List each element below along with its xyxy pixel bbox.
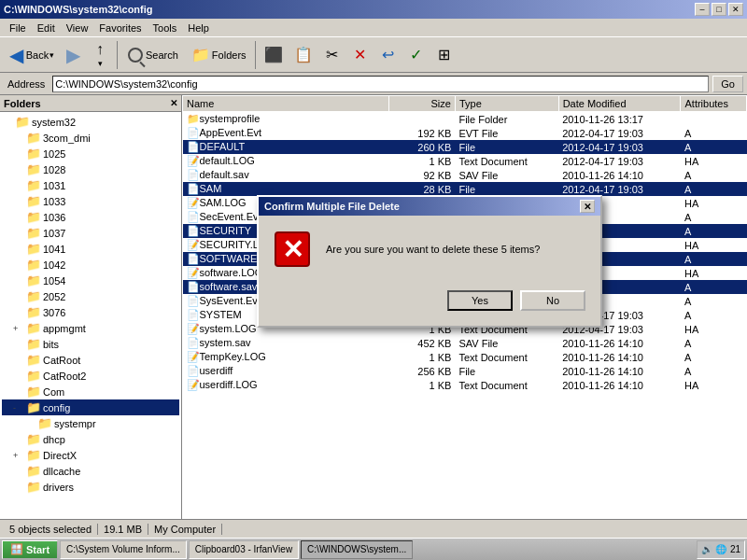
tree-label: CatRoot bbox=[43, 355, 80, 366]
folder-icon: 📁 bbox=[26, 210, 41, 224]
tree-item-1054[interactable]: 📁 1054 bbox=[2, 273, 179, 288]
tree-toggle: + bbox=[13, 451, 24, 460]
dialog-yes-button[interactable]: Yes bbox=[447, 290, 513, 311]
tree-item-1041[interactable]: 📁 1041 bbox=[2, 241, 179, 257]
col-attr[interactable]: Attributes bbox=[681, 96, 747, 112]
properties-button[interactable]: ✓ bbox=[403, 39, 430, 71]
back-arrow-icon: ◀ bbox=[9, 44, 23, 66]
view-button[interactable]: ⊞ bbox=[431, 39, 458, 71]
tree-item-3076[interactable]: 📁 3076 bbox=[2, 304, 179, 320]
tree-item-systempr[interactable]: 📁 systempr bbox=[2, 415, 179, 431]
dialog-no-button[interactable]: No bbox=[520, 290, 585, 311]
table-row[interactable]: 📁systemprofile File Folder 2010-11-26 13… bbox=[183, 112, 747, 127]
tree-item-catroot[interactable]: 📁 CatRoot bbox=[2, 352, 179, 368]
cell-size bbox=[389, 112, 455, 127]
tree-item-1033[interactable]: 📁 1033 bbox=[2, 193, 179, 209]
folders-button[interactable]: 📁 Folders bbox=[187, 39, 251, 71]
col-type[interactable]: Type bbox=[455, 96, 558, 112]
tree-item-1028[interactable]: 📁 1028 bbox=[2, 161, 179, 177]
paste-icon: 📋 bbox=[294, 46, 313, 63]
undo-button[interactable]: ↩ bbox=[375, 39, 402, 71]
start-icon: 🪟 bbox=[10, 543, 23, 555]
minimize-button[interactable]: – bbox=[695, 3, 710, 16]
table-row[interactable]: 📝userdiff.LOG 1 KB Text Document 2010-11… bbox=[183, 378, 747, 392]
separator-1 bbox=[117, 41, 118, 69]
table-row[interactable]: 📄AppEvent.Evt 192 KB EVT File 2012-04-17… bbox=[183, 126, 747, 140]
status-selected: 5 objects selected bbox=[4, 524, 98, 535]
menu-view[interactable]: View bbox=[61, 21, 94, 35]
tree-item-1037[interactable]: 📁 1037 bbox=[2, 225, 179, 241]
cell-type: EVT File bbox=[455, 126, 558, 140]
start-label: Start bbox=[26, 544, 49, 555]
cell-type: SAV File bbox=[455, 168, 558, 182]
cell-name: 📝default.LOG bbox=[183, 154, 389, 168]
col-size[interactable]: Size bbox=[389, 96, 455, 112]
cut-button[interactable]: ✂ bbox=[319, 39, 345, 71]
col-name[interactable]: Name bbox=[183, 96, 389, 112]
table-row[interactable]: 📄system.sav 452 KB SAV File 2010-11-26 1… bbox=[183, 336, 747, 350]
col-date[interactable]: Date Modified bbox=[558, 96, 681, 112]
menu-tools[interactable]: Tools bbox=[148, 21, 183, 35]
tree-item-dhcp[interactable]: 📁 dhcp bbox=[2, 431, 179, 447]
table-row[interactable]: 📄SAM 28 KB File 2012-04-17 19:03 A bbox=[183, 182, 747, 196]
delete-button[interactable]: ✕ bbox=[347, 39, 374, 71]
folder-icon: 📁 bbox=[26, 353, 41, 367]
back-button[interactable]: ◀ Back ▾ bbox=[4, 39, 60, 71]
folders-close-icon[interactable]: ✕ bbox=[170, 98, 177, 108]
table-row[interactable]: 📝default.LOG 1 KB Text Document 2012-04-… bbox=[183, 154, 747, 168]
go-button[interactable]: Go bbox=[712, 76, 743, 92]
table-row[interactable]: 📝TempKey.LOG 1 KB Text Document 2010-11-… bbox=[183, 350, 747, 364]
cell-size: 1 KB bbox=[389, 378, 455, 392]
tree-item-com[interactable]: 📁 Com bbox=[2, 384, 179, 399]
status-bar: 5 objects selected 19.1 MB My Computer bbox=[0, 519, 747, 538]
menu-help[interactable]: Help bbox=[182, 21, 215, 35]
menu-file[interactable]: File bbox=[4, 21, 32, 35]
tree-item-appmgmt[interactable]: + 📁 appmgmt bbox=[2, 320, 179, 336]
start-button[interactable]: 🪟 Start bbox=[2, 540, 58, 559]
taskbar-item-2[interactable]: C:\WINDOWS\system... bbox=[301, 540, 413, 559]
tree-label: 1041 bbox=[43, 244, 65, 255]
cell-type: File bbox=[455, 140, 558, 154]
dialog-close-button[interactable]: ✕ bbox=[580, 200, 595, 213]
search-button[interactable]: Search bbox=[121, 39, 185, 71]
menu-edit[interactable]: Edit bbox=[32, 21, 61, 35]
tree-item-bits[interactable]: 📁 bits bbox=[2, 336, 179, 352]
maximize-button[interactable]: □ bbox=[712, 3, 726, 16]
copy-button[interactable]: ⬛ bbox=[260, 39, 288, 71]
tree-item-3com-dmi[interactable]: 📁 3com_dmi bbox=[2, 130, 179, 146]
forward-button[interactable]: ▶ bbox=[62, 39, 85, 71]
tree-item-drivers[interactable]: 📁 drivers bbox=[2, 479, 179, 495]
tree-item-1042[interactable]: 📁 1042 bbox=[2, 257, 179, 273]
close-button[interactable]: ✕ bbox=[728, 3, 743, 16]
menu-favorites[interactable]: Favorites bbox=[93, 21, 147, 35]
tree-label: dhcp bbox=[43, 434, 65, 445]
tree-item-config[interactable]: - 📁 config bbox=[2, 399, 179, 415]
cell-attr: A bbox=[681, 126, 747, 140]
tree-item-dllcache[interactable]: 📁 dllcache bbox=[2, 463, 179, 479]
tree-item-system32[interactable]: 📁 system32 bbox=[2, 114, 179, 130]
cell-date: 2012-04-17 19:03 bbox=[558, 154, 681, 168]
taskbar-item-1[interactable]: Clipboard03 - IrfanView bbox=[189, 540, 299, 559]
cell-date: 2012-04-17 19:03 bbox=[558, 140, 681, 154]
folders-tree[interactable]: 📁 system32 📁 3com_dmi 📁 1025 📁 1028 📁 10… bbox=[0, 112, 181, 519]
tree-item-1031[interactable]: 📁 1031 bbox=[2, 177, 179, 193]
tree-item-1036[interactable]: 📁 1036 bbox=[2, 209, 179, 225]
tree-item-directx[interactable]: + 📁 DirectX bbox=[2, 447, 179, 463]
address-label: Address bbox=[4, 78, 49, 90]
address-input[interactable]: C:\WINDOWS\system32\config bbox=[52, 76, 709, 92]
cell-attr: A bbox=[681, 224, 747, 238]
table-row[interactable]: 📄userdiff 256 KB File 2010-11-26 14:10 A bbox=[183, 364, 747, 378]
file-icon: 📝 bbox=[187, 351, 200, 362]
paste-button[interactable]: 📋 bbox=[289, 39, 317, 71]
table-row[interactable]: 📄default.sav 92 KB SAV File 2010-11-26 1… bbox=[183, 168, 747, 182]
tree-item-catroot2[interactable]: 📁 CatRoot2 bbox=[2, 368, 179, 384]
tree-item-1025[interactable]: 📁 1025 bbox=[2, 146, 179, 161]
cell-name: 📄DEFAULT bbox=[183, 140, 389, 154]
cell-attr: HA bbox=[681, 154, 747, 168]
taskbar-item-0[interactable]: C:\System Volume Inform... bbox=[60, 540, 187, 559]
tree-item-2052[interactable]: 📁 2052 bbox=[2, 288, 179, 304]
up-button[interactable]: ↑ ▾ bbox=[87, 39, 113, 71]
folder-icon: 📁 bbox=[26, 400, 41, 414]
table-row[interactable]: 📄DEFAULT 260 KB File 2012-04-17 19:03 A bbox=[183, 140, 747, 154]
cell-date: 2010-11-26 14:10 bbox=[558, 336, 681, 350]
